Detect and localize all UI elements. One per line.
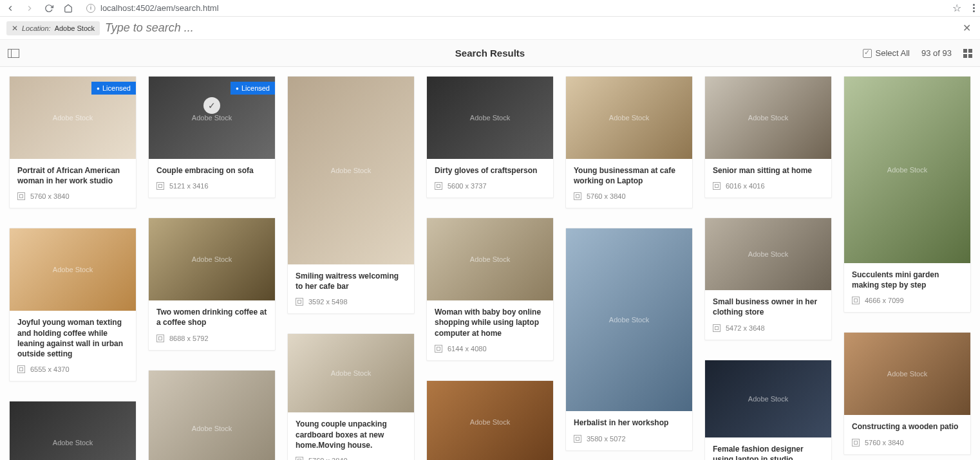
dimensions-icon bbox=[574, 192, 581, 200]
watermark: Adobe Stock bbox=[470, 255, 510, 263]
result-card[interactable]: Licensed✓Adobe StockCouple embracing on … bbox=[148, 76, 276, 198]
result-thumbnail[interactable]: Adobe Stock bbox=[149, 218, 275, 300]
watermark: Adobe Stock bbox=[331, 167, 371, 174]
chip-close-icon[interactable]: ✕ bbox=[12, 24, 18, 33]
watermark: Adobe Stock bbox=[470, 114, 510, 122]
dimensions-text: 5760 x 3840 bbox=[587, 192, 626, 200]
result-dimensions: 5760 x 3840 bbox=[17, 192, 128, 200]
select-all-label: Select All bbox=[876, 48, 910, 58]
selection-check-icon[interactable]: ✓ bbox=[203, 97, 220, 114]
result-title: Dirty gloves of craftsperson bbox=[435, 165, 545, 176]
result-meta: Constructing a wooden patio5760 x 3840 bbox=[844, 415, 970, 454]
result-thumbnail[interactable]: Adobe Stock bbox=[844, 333, 970, 415]
result-card[interactable]: Adobe StockJoyful young woman texting an… bbox=[9, 228, 137, 382]
licensed-badge: Licensed bbox=[91, 82, 136, 95]
result-thumbnail[interactable]: Adobe Stock bbox=[288, 334, 414, 412]
site-info-icon[interactable]: i bbox=[86, 4, 95, 13]
location-chip[interactable]: ✕ Location: Adobe Stock bbox=[6, 21, 100, 35]
result-dimensions: 4666 x 7099 bbox=[852, 297, 963, 304]
result-card[interactable]: Adobe StockYoung businessman at cafe wor… bbox=[565, 76, 693, 208]
dimensions-text: 8688 x 5792 bbox=[169, 335, 209, 342]
result-card[interactable]: Adobe StockSmiling waitress welcoming to… bbox=[287, 76, 415, 314]
result-thumbnail[interactable]: Adobe Stock bbox=[10, 401, 136, 460]
result-meta: Succulents mini garden making step by st… bbox=[844, 263, 970, 312]
result-title: Senior man sitting at home bbox=[713, 165, 824, 176]
chip-value: Adobe Stock bbox=[55, 24, 95, 32]
result-card[interactable]: Adobe StockMale cobbler in traditional s… bbox=[426, 380, 554, 460]
result-thumbnail[interactable]: Adobe Stock bbox=[427, 218, 553, 300]
result-thumbnail[interactable]: Adobe Stock bbox=[149, 371, 275, 460]
result-card[interactable]: Adobe StockWoman with baby boy online sh… bbox=[426, 217, 554, 361]
browser-menu-icon[interactable] bbox=[973, 4, 975, 12]
result-card[interactable]: Adobe StockConstructing a wooden patio57… bbox=[843, 332, 971, 454]
result-thumbnail[interactable]: Adobe Stock bbox=[427, 381, 553, 460]
result-card[interactable]: Adobe StockDirty gloves of craftsperson5… bbox=[426, 76, 554, 198]
results-area[interactable]: LicensedAdobe StockPortrait of African A… bbox=[0, 67, 980, 460]
result-title: Couple embracing on sofa bbox=[156, 165, 267, 176]
dimensions-text: 3580 x 5072 bbox=[587, 435, 626, 443]
result-card[interactable]: Adobe StockSmall business owner in her c… bbox=[704, 217, 832, 340]
result-card[interactable]: Adobe StockTwo women drinking coffee at … bbox=[148, 217, 276, 350]
dimensions-text: 4666 x 7099 bbox=[865, 297, 904, 304]
reload-icon[interactable] bbox=[44, 3, 54, 14]
grid-view-icon[interactable] bbox=[963, 49, 972, 58]
watermark: Adobe Stock bbox=[53, 266, 93, 273]
search-input[interactable] bbox=[105, 21, 955, 35]
dimensions-text: 5760 x 3840 bbox=[30, 192, 70, 200]
result-card[interactable]: LicensedAdobe StockPortrait of African A… bbox=[9, 76, 137, 208]
select-all-button[interactable]: Select All bbox=[863, 48, 910, 58]
result-thumbnail[interactable]: LicensedAdobe Stock bbox=[10, 77, 136, 159]
result-card[interactable]: Adobe StockSucculents mini garden making… bbox=[843, 76, 971, 313]
dimensions-icon bbox=[17, 192, 25, 200]
forward-icon bbox=[24, 3, 35, 14]
bookmark-star-icon[interactable]: ☆ bbox=[952, 2, 961, 14]
result-meta: Small business owner in her clothing sto… bbox=[705, 290, 831, 339]
back-icon[interactable] bbox=[5, 3, 15, 14]
watermark: Adobe Stock bbox=[470, 418, 510, 426]
result-thumbnail[interactable]: Adobe Stock bbox=[705, 360, 831, 437]
result-card[interactable]: Adobe StockHerbalist in her workshop3580… bbox=[565, 228, 693, 450]
result-thumbnail[interactable]: Adobe Stock bbox=[288, 77, 414, 264]
dimensions-icon bbox=[713, 182, 721, 190]
result-card[interactable]: Adobe StockYoung couple unpacking cardbo… bbox=[287, 333, 415, 460]
result-thumbnail[interactable]: Adobe Stock bbox=[10, 228, 136, 311]
result-title: Young businessman at cafe working on Lap… bbox=[574, 165, 684, 186]
dimensions-icon bbox=[296, 298, 303, 306]
results-grid: LicensedAdobe StockPortrait of African A… bbox=[9, 76, 971, 460]
result-meta: Dirty gloves of craftsperson5600 x 3737 bbox=[427, 159, 553, 198]
result-thumbnail[interactable]: Adobe Stock bbox=[844, 77, 970, 263]
result-dimensions: 3580 x 5072 bbox=[574, 435, 684, 443]
dimensions-icon bbox=[713, 324, 721, 332]
rail-toggle-icon[interactable] bbox=[8, 49, 19, 58]
result-thumbnail[interactable]: Adobe Stock bbox=[566, 77, 692, 159]
result-thumbnail[interactable]: Adobe Stock bbox=[427, 77, 553, 159]
home-icon[interactable] bbox=[63, 3, 73, 14]
result-dimensions: 8688 x 5792 bbox=[156, 335, 267, 342]
result-title: Smiling waitress welcoming to her cafe b… bbox=[296, 271, 406, 291]
result-meta: Two women drinking coffee at a coffee sh… bbox=[149, 300, 275, 349]
dimensions-icon bbox=[156, 182, 164, 190]
result-title: Joyful young woman texting and holding c… bbox=[17, 317, 128, 359]
result-card[interactable]: Adobe StockPortrait of daydreaming young bbox=[9, 401, 137, 460]
result-meta: Female fashion designer using laptop in … bbox=[705, 437, 831, 460]
result-meta: Joyful young woman texting and holding c… bbox=[10, 311, 136, 381]
result-dimensions: 5600 x 3737 bbox=[435, 182, 545, 190]
watermark: Adobe Stock bbox=[609, 114, 649, 122]
result-thumbnail[interactable]: Adobe Stock bbox=[705, 218, 831, 290]
result-card[interactable]: Adobe StockSenior man sitting at home601… bbox=[704, 76, 832, 198]
result-card[interactable]: Adobe Stock bbox=[148, 370, 276, 460]
result-thumbnail[interactable]: Licensed✓Adobe Stock bbox=[149, 77, 275, 159]
watermark: Adobe Stock bbox=[887, 166, 927, 174]
watermark: Adobe Stock bbox=[192, 425, 232, 432]
dimensions-text: 5472 x 3648 bbox=[726, 324, 765, 332]
result-thumbnail[interactable]: Adobe Stock bbox=[705, 77, 831, 159]
result-count: 93 of 93 bbox=[921, 48, 952, 58]
result-thumbnail[interactable]: Adobe Stock bbox=[566, 228, 692, 411]
result-meta: Herbalist in her workshop3580 x 5072 bbox=[566, 411, 692, 450]
result-dimensions: 5472 x 3648 bbox=[713, 324, 824, 332]
result-card[interactable]: Adobe StockFemale fashion designer using… bbox=[704, 360, 832, 460]
dimensions-text: 6144 x 4080 bbox=[448, 345, 487, 353]
search-close-icon[interactable]: ✕ bbox=[960, 19, 974, 37]
dimensions-icon bbox=[296, 457, 303, 460]
url-text[interactable]: localhost:4502/aem/search.html bbox=[100, 3, 219, 13]
